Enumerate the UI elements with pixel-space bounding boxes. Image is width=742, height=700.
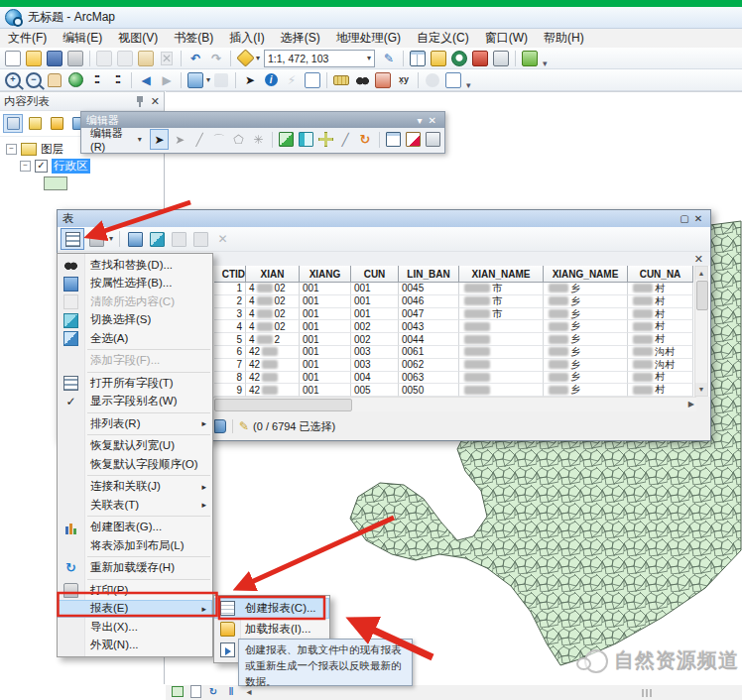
record-navigation-stub[interactable]: [214, 419, 226, 433]
print-button[interactable]: [65, 50, 85, 67]
fixed-zoom-in-button[interactable]: ⁚⁚: [86, 71, 106, 89]
time-slider-button[interactable]: [423, 71, 442, 89]
menu-windows[interactable]: 窗口(W): [477, 29, 536, 48]
split-tool[interactable]: [298, 130, 315, 149]
menu-customize[interactable]: 自定义(C): [409, 29, 477, 48]
add-data-dropdown-arrow[interactable]: ▾: [256, 55, 260, 62]
cut-polygons-tool[interactable]: ╱: [336, 130, 354, 149]
editor-sketch-button[interactable]: ✎: [379, 50, 399, 67]
menu-item-print[interactable]: 打印(P)...: [58, 581, 212, 600]
menu-item-restore-default-field-order[interactable]: 恢复默认字段顺序(O): [58, 455, 212, 474]
highlight-selected-button[interactable]: [170, 230, 188, 249]
attributes-button[interactable]: [385, 130, 403, 149]
layout-view-button[interactable]: [188, 685, 202, 698]
create-features-button[interactable]: [424, 130, 441, 149]
hyperlink-button[interactable]: ⚡︎: [282, 71, 302, 89]
table-print-dropdown-arrow[interactable]: ▾: [109, 235, 113, 243]
python-window-button[interactable]: [491, 50, 511, 67]
menu-help[interactable]: 帮助(H): [536, 29, 592, 48]
layer-visibility-checkbox[interactable]: ✓: [35, 160, 48, 173]
collapse-icon[interactable]: −: [20, 161, 31, 172]
catalog-window-button[interactable]: [429, 50, 448, 67]
column-header[interactable]: CTID: [214, 266, 246, 283]
column-header[interactable]: XIAN_NAME: [459, 266, 544, 283]
table-row[interactable]: 7420010030062乡沟村: [214, 359, 693, 372]
new-document-button[interactable]: [3, 50, 23, 67]
scroll-down-icon[interactable]: ▼: [695, 383, 707, 396]
straight-segment-tool[interactable]: ╱: [190, 130, 208, 149]
zoom-in-button[interactable]: +: [3, 71, 23, 89]
table-row[interactable]: 24020010010046市乡村: [214, 295, 693, 308]
edit-tool-button[interactable]: ➤: [150, 129, 170, 150]
save-button[interactable]: [45, 50, 64, 67]
menu-item-switch-selection[interactable]: 切换选择(S): [58, 311, 212, 330]
forward-extent-button[interactable]: ▶: [157, 71, 177, 89]
table-window-title-bar[interactable]: 表 ▢ ✕: [58, 210, 710, 227]
menu-item-create-graph[interactable]: 创建图表(G)...: [58, 519, 212, 537]
editor-dropdown-icon[interactable]: ▾: [415, 115, 426, 126]
table-row[interactable]: 34020010010047市乡村: [214, 308, 693, 321]
menu-item-add-table-to-layout[interactable]: 将表添加到布局(L): [58, 536, 212, 555]
pause-drawing-button[interactable]: ‖: [224, 685, 238, 698]
scroll-up-icon[interactable]: ▲: [695, 267, 707, 280]
menu-bookmarks[interactable]: 书签(B): [166, 29, 221, 48]
menu-item-reload-cache[interactable]: ↻重新加载缓存(H): [58, 559, 212, 578]
menu-item-appearance[interactable]: 外观(N)...: [58, 637, 212, 655]
trace-tool[interactable]: ⬠: [230, 130, 248, 149]
attribute-table-button[interactable]: [408, 50, 428, 67]
menu-item-add-field[interactable]: 添加字段(F)...: [58, 352, 212, 371]
endpoint-arc-tool[interactable]: ⌒: [210, 130, 228, 149]
submenu-item-load-report[interactable]: 加载报表(I)...: [214, 619, 329, 640]
menu-item-find-replace[interactable]: 查找和替换(D)...: [58, 256, 212, 275]
menu-item-select-all[interactable]: 全选(A): [58, 329, 212, 348]
toolbar-overflow-icon[interactable]: ▾: [464, 80, 473, 90]
menu-file[interactable]: 文件(F): [0, 29, 55, 48]
scrollbar-thumb[interactable]: [696, 281, 708, 310]
table-tab-close-icon[interactable]: ✕: [694, 253, 703, 266]
sketch-properties-button[interactable]: [405, 130, 423, 149]
column-header[interactable]: CUN: [351, 266, 399, 283]
editor-close-icon[interactable]: ✕: [426, 115, 439, 126]
pin-icon[interactable]: [135, 95, 145, 107]
viewer-window-button[interactable]: [443, 71, 463, 89]
switch-selection-button[interactable]: [148, 230, 167, 249]
table-row[interactable]: 44020010020043乡村: [214, 320, 693, 333]
menu-selection[interactable]: 选择(S): [273, 29, 328, 48]
full-extent-button[interactable]: [65, 71, 85, 89]
cut-button[interactable]: [94, 50, 114, 67]
clear-selection-button[interactable]: [211, 71, 231, 89]
measure-button[interactable]: [331, 71, 351, 89]
zoom-to-selected-button[interactable]: [191, 230, 210, 249]
point-tool[interactable]: ✳: [249, 130, 267, 149]
menu-item-export[interactable]: 导出(X)...: [58, 618, 212, 637]
menu-item-show-field-aliases[interactable]: ✓显示字段别名(W): [58, 393, 212, 411]
delete-selected-button[interactable]: ✕: [213, 230, 232, 249]
menu-item-related-tables[interactable]: 关联表(T)▸: [58, 496, 212, 515]
toc-layer-row[interactable]: − ✓ 行政区: [6, 158, 164, 175]
menu-item-turn-all-fields-on[interactable]: 打开所有字段(T): [58, 374, 212, 393]
html-popup-button[interactable]: [303, 71, 322, 89]
reshape-tool[interactable]: [278, 130, 296, 149]
editor-title-bar[interactable]: 编辑器 ▾ ✕: [81, 112, 444, 128]
menu-item-arrange-tables[interactable]: 排列表(R)▸: [58, 414, 212, 433]
copy-button[interactable]: [115, 50, 135, 67]
list-by-visibility-button[interactable]: [47, 114, 66, 133]
zoom-out-button[interactable]: −: [24, 71, 44, 89]
search-window-button[interactable]: [449, 50, 469, 67]
menu-geoprocessing[interactable]: 地理处理(G): [328, 29, 409, 48]
submenu-item-create-report[interactable]: 创建报表(C)...: [214, 598, 329, 619]
table-row[interactable]: 6420010030061乡沟村: [214, 346, 693, 359]
table-maximize-icon[interactable]: ▢: [678, 212, 691, 225]
add-data-button[interactable]: [235, 50, 255, 67]
column-header[interactable]: XIANG_NAME: [544, 266, 628, 283]
edit-annotation-tool-button[interactable]: ➤: [171, 130, 188, 149]
scale-dropdown-arrow[interactable]: ▾: [367, 54, 371, 62]
menu-item-clear-selection[interactable]: 清除所选内容(C): [58, 292, 212, 311]
map-scale-combobox[interactable]: 1:1, 472, 103 ▾: [264, 50, 375, 67]
identify-button[interactable]: i: [261, 71, 281, 89]
modelbuilder-button[interactable]: [520, 50, 540, 67]
toolbar-overflow-icon[interactable]: ▾: [541, 58, 550, 68]
rotate-tool[interactable]: ↻: [356, 130, 374, 149]
menu-item-reports[interactable]: 报表(E)▸: [58, 600, 212, 619]
menu-insert[interactable]: 插入(I): [221, 29, 272, 48]
